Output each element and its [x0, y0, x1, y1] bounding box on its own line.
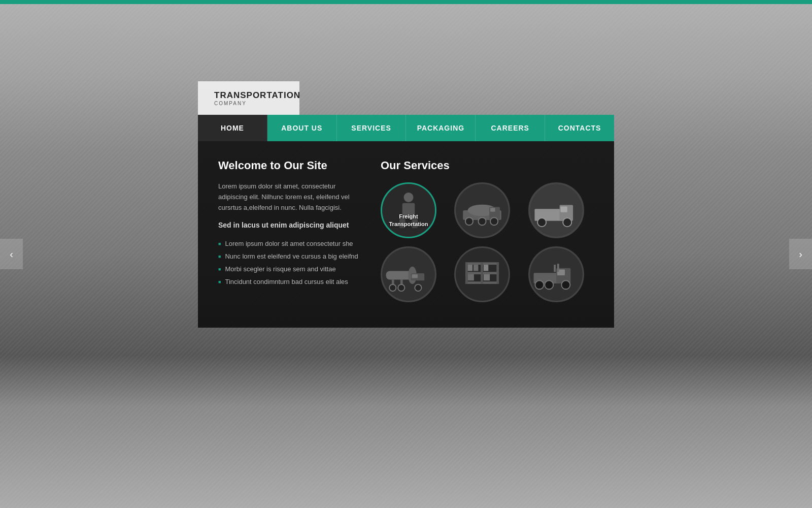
circle-overlay-2: [456, 184, 509, 237]
welcome-highlight: Sed in lacus ut enim adipiscing aliquet: [218, 221, 360, 229]
service-item-2[interactable]: [454, 182, 510, 238]
service-item-6[interactable]: [528, 246, 584, 302]
nav-item-packaging[interactable]: PACKAGING: [406, 115, 476, 141]
nav-item-services[interactable]: SERVICES: [337, 115, 407, 141]
bullet-item-1: Lorem ipsum dolor sit amet consectetur s…: [218, 237, 360, 250]
service-item-1[interactable]: FreightTransportation: [381, 182, 436, 238]
circle-overlay-3: [530, 184, 583, 237]
next-arrow-button[interactable]: ›: [789, 239, 812, 269]
welcome-paragraph: Lorem ipsum dolor sit amet, consectetur …: [218, 181, 360, 213]
site-wrapper: TRANSPORTATION COMPANY HOME ABOUT US SER…: [198, 0, 614, 328]
footer: TRANSPORTATION © 2013 | PRIVACY POLICY: [0, 494, 812, 500]
main-content-box: Welcome to Our Site Lorem ipsum dolor si…: [198, 141, 614, 328]
service-item-3[interactable]: [528, 182, 584, 238]
bullet-item-2: Nunc lorm est eleifend ve cursus a big e…: [218, 250, 360, 263]
services-column: Our Services FreightTransportation: [381, 159, 594, 302]
welcome-bullets: Lorem ipsum dolor sit amet consectetur s…: [218, 237, 360, 288]
copyright-text: TRANSPORTATION © 2013: [336, 494, 417, 500]
services-grid: FreightTransportation: [381, 182, 594, 302]
right-chevron-icon: ›: [799, 248, 802, 260]
top-accent-bar: [0, 0, 812, 4]
service-item-5[interactable]: [454, 246, 510, 302]
logo-bar: TRANSPORTATION COMPANY: [198, 81, 299, 115]
service-label-1: FreightTransportation: [382, 213, 435, 228]
circle-overlay-5: [456, 248, 509, 301]
main-nav: HOME ABOUT US SERVICES PACKAGING CAREERS…: [198, 115, 614, 141]
logo-text: TRANSPORTATION COMPANY: [214, 90, 300, 106]
bullet-item-3: Morbi scegler is risque sem and vittae: [218, 263, 360, 275]
nav-item-contacts[interactable]: CONTACTS: [545, 115, 614, 141]
nav-item-about[interactable]: ABOUT US: [267, 115, 337, 141]
nav-item-home[interactable]: HOME: [198, 115, 267, 141]
circle-overlay-4: [382, 248, 435, 301]
service-item-4[interactable]: [381, 246, 436, 302]
welcome-title: Welcome to Our Site: [218, 159, 360, 172]
welcome-column: Welcome to Our Site Lorem ipsum dolor si…: [218, 159, 360, 302]
left-chevron-icon: ‹: [10, 248, 13, 260]
nav-item-careers[interactable]: CAREERS: [476, 115, 545, 141]
circle-overlay-1: [382, 184, 435, 237]
prev-arrow-button[interactable]: ‹: [0, 239, 23, 269]
logo-subtitle: COMPANY: [214, 101, 300, 106]
services-title: Our Services: [381, 159, 594, 172]
circle-overlay-6: [530, 248, 583, 301]
bullet-item-4: Tincidunt condimnturn bad cursus elit al…: [218, 275, 360, 288]
logo-name: TRANSPORTATION: [214, 90, 300, 101]
privacy-policy-link[interactable]: PRIVACY POLICY: [423, 494, 476, 500]
